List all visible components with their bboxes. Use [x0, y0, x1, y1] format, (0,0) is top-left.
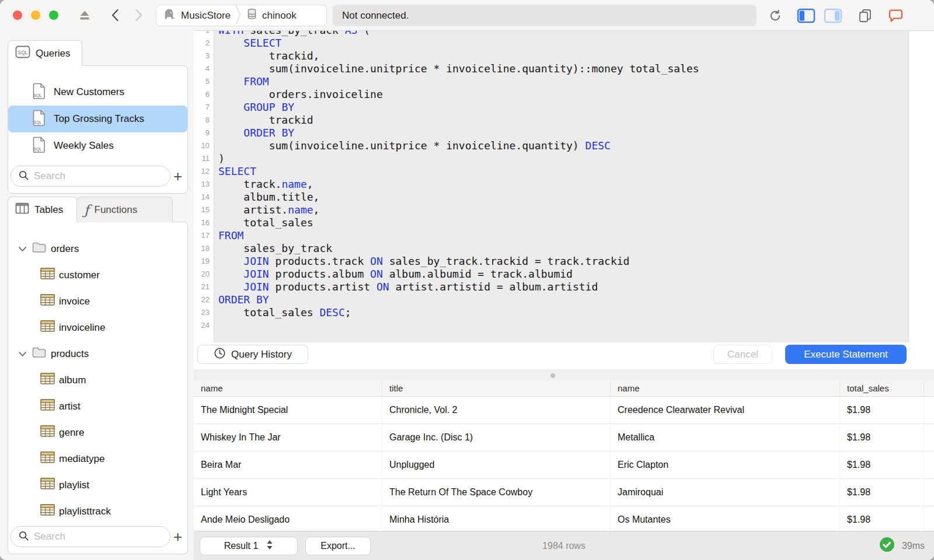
- query-item[interactable]: SQLNew Customers: [8, 79, 187, 106]
- export-button[interactable]: Export...: [305, 537, 371, 555]
- editor-scrollbar-track: [908, 31, 934, 342]
- table-cell[interactable]: [924, 506, 934, 531]
- feedback-chat-icon[interactable]: [886, 8, 905, 24]
- schema-folder[interactable]: products: [8, 341, 187, 367]
- table-cell[interactable]: Unplugged: [382, 452, 611, 478]
- zoom-window-button[interactable]: [49, 10, 58, 20]
- tab-tables[interactable]: Tables: [8, 197, 77, 222]
- table-cell[interactable]: [924, 424, 934, 451]
- cancel-button[interactable]: Cancel: [713, 345, 772, 364]
- table-cell[interactable]: Creedence Clearwater Revival: [611, 397, 840, 424]
- refresh-button[interactable]: [766, 8, 784, 24]
- table-cell[interactable]: [924, 452, 934, 478]
- table-item[interactable]: mediatype: [8, 446, 187, 472]
- tab-functions[interactable]: ƒ Functions: [76, 197, 173, 222]
- table-cell[interactable]: Eric Clapton: [611, 452, 840, 478]
- folder-icon: [32, 346, 47, 361]
- table-row[interactable]: Whiskey In The JarGarage Inc. (Disc 1)Me…: [194, 424, 934, 452]
- table-cell[interactable]: Jamiroquai: [611, 479, 840, 506]
- execute-statement-button[interactable]: Execute Statement: [785, 345, 907, 364]
- sql-editor[interactable]: 123456789101112131415161718192021222324 …: [194, 31, 934, 342]
- chevron-down-icon[interactable]: [18, 243, 27, 255]
- breadcrumb-server-label: MusicStore: [181, 10, 231, 22]
- results-splitter[interactable]: [194, 370, 934, 380]
- table-cell[interactable]: $1.98: [840, 506, 924, 531]
- breadcrumb-server[interactable]: MusicStore: [162, 8, 231, 24]
- line-number: 23: [194, 306, 210, 319]
- table-cell[interactable]: Metallica: [611, 424, 840, 451]
- queries-search[interactable]: [11, 166, 170, 187]
- code-line: total_sales: [218, 216, 908, 229]
- tables-search-input[interactable]: [34, 531, 163, 542]
- line-number: 14: [194, 191, 210, 204]
- column-header[interactable]: name: [611, 380, 840, 396]
- table-row[interactable]: Light YearsThe Return Of The Space Cowbo…: [194, 479, 934, 506]
- table-cell[interactable]: Whiskey In The Jar: [194, 424, 382, 451]
- svg-text:SQL: SQL: [18, 50, 27, 55]
- table-item[interactable]: invoice: [8, 288, 187, 314]
- table-cell[interactable]: Os Mutantes: [611, 506, 840, 531]
- table-cell[interactable]: $1.98: [840, 479, 924, 506]
- tab-queries[interactable]: SQL Queries: [8, 40, 82, 66]
- table-cell[interactable]: Ande Meio Desligado: [194, 506, 382, 531]
- column-header[interactable]: name: [194, 380, 382, 396]
- table-cell[interactable]: Minha História: [382, 506, 611, 531]
- tables-search[interactable]: [11, 526, 170, 547]
- column-header[interactable]: title: [382, 380, 611, 396]
- line-number: 16: [194, 216, 210, 229]
- add-table-button[interactable]: +: [170, 528, 185, 545]
- postgres-elephant-icon: [162, 8, 177, 24]
- table-cell[interactable]: [924, 397, 934, 424]
- table-item[interactable]: genre: [8, 419, 187, 446]
- close-window-button[interactable]: [13, 10, 22, 20]
- toggle-left-sidebar-button[interactable]: [796, 8, 817, 24]
- tab-functions-label: Functions: [95, 204, 138, 216]
- minimize-window-button[interactable]: [31, 10, 40, 20]
- back-button[interactable]: [107, 8, 123, 23]
- chevron-down-icon[interactable]: [18, 348, 27, 360]
- code-line: WITH sales_by_track AS (: [218, 31, 908, 37]
- table-item[interactable]: invoiceline: [8, 314, 187, 341]
- code-line: SELECT: [218, 165, 908, 178]
- add-query-button[interactable]: +: [170, 167, 185, 185]
- code-line: ORDER BY: [218, 127, 908, 139]
- code-line: album.title,: [218, 191, 908, 204]
- table-item[interactable]: playlist: [8, 472, 187, 498]
- table-item[interactable]: playlisttrack: [8, 498, 187, 524]
- duplicate-tab-icon[interactable]: [856, 8, 874, 24]
- table-icon: [40, 399, 55, 414]
- column-header[interactable]: total_sales: [840, 380, 924, 396]
- line-number: 10: [194, 139, 210, 152]
- column-header[interactable]: [924, 380, 934, 396]
- result-selector[interactable]: Result 1: [200, 537, 298, 555]
- forward-button[interactable]: [131, 8, 147, 23]
- query-item[interactable]: SQLTop Grossing Tracks: [8, 106, 187, 132]
- table-cell[interactable]: $1.98: [840, 424, 924, 451]
- table-cell[interactable]: Beira Mar: [194, 452, 382, 478]
- table-cell[interactable]: Chronicle, Vol. 2: [382, 397, 611, 424]
- query-item[interactable]: SQLWeekly Sales: [8, 132, 187, 159]
- query-history-button[interactable]: Query History: [197, 345, 308, 364]
- schema-folder[interactable]: orders: [8, 236, 187, 262]
- table-cell[interactable]: Garage Inc. (Disc 1): [382, 424, 611, 451]
- table-cell[interactable]: $1.98: [840, 397, 924, 424]
- table-item[interactable]: album: [8, 367, 187, 393]
- table-cell[interactable]: $1.98: [840, 452, 924, 478]
- table-cell[interactable]: The Return Of The Space Cowboy: [382, 479, 611, 506]
- queries-search-input[interactable]: [34, 170, 163, 182]
- breadcrumb-database[interactable]: chinook: [246, 8, 297, 23]
- table-cell[interactable]: [924, 479, 934, 506]
- tab-queries-label: Queries: [36, 48, 71, 60]
- table-row[interactable]: The Midnight SpecialChronicle, Vol. 2Cre…: [194, 397, 934, 424]
- toggle-right-sidebar-button[interactable]: [823, 8, 844, 24]
- table-cell[interactable]: The Midnight Special: [194, 397, 382, 424]
- table-item[interactable]: customer: [8, 262, 187, 288]
- eject-icon[interactable]: [76, 8, 93, 23]
- table-item[interactable]: artist: [8, 393, 187, 419]
- line-number: 7: [194, 101, 210, 114]
- line-number: 22: [194, 293, 210, 306]
- table-row[interactable]: Beira MarUnpluggedEric Clapton$1.98: [194, 452, 934, 479]
- folder-icon: [32, 242, 47, 256]
- table-cell[interactable]: Light Years: [194, 479, 382, 506]
- table-row[interactable]: Ande Meio DesligadoMinha HistóriaOs Muta…: [194, 506, 934, 531]
